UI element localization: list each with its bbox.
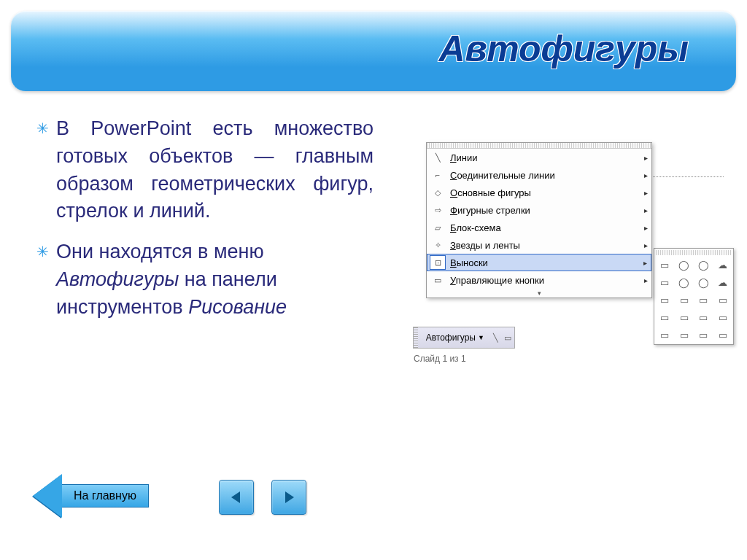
callout-shape-button[interactable]: ▭ [694,327,712,343]
flowchart-icon: ▱ [430,220,446,235]
callout-shape-button[interactable]: ▭ [656,327,673,343]
submenu-arrow-icon: ▸ [640,241,651,249]
submenu-arrow-icon: ▸ [640,154,651,162]
triangle-right-icon [281,489,297,505]
callout-shape-button[interactable]: ☁ [714,274,732,290]
svg-marker-1 [285,491,294,503]
callout-shape-button[interactable]: ◯ [694,257,712,273]
connectors-icon: ⌐ [430,168,446,182]
menu-expand-chevron-icon[interactable]: ▾ [427,289,651,298]
autoshapes-dropdown-button[interactable]: Автофигуры ▼ [421,330,489,346]
menu-item-label: Основные фигуры [450,187,640,198]
menu-item-label: Управляющие кнопки [450,275,640,286]
svg-marker-0 [231,491,240,503]
lines-icon: ╲ [430,150,446,165]
menu-item-connectors[interactable]: ⌐Соединительные линии▸ [427,166,651,184]
submenu-arrow-icon: ▸ [640,171,651,179]
menu-item-label: Звезды и ленты [450,240,640,251]
screenshot-column: ╲Линии▸⌐Соединительные линии▸◇Основные ф… [374,109,711,458]
menu-item-flowchart[interactable]: ▱Блок-схема▸ [427,219,651,236]
nav-buttons-group [219,480,306,515]
slide-title: Автофигуры [438,28,689,70]
palette-grip-icon[interactable] [656,250,732,255]
submenu-arrow-icon: ▸ [640,189,651,197]
line-tool-icon[interactable]: ╲ [489,331,502,344]
home-link-arrow[interactable]: На главную [33,474,149,518]
callout-shape-button[interactable]: ▭ [656,257,673,273]
menu-item-label: Блок-схема [450,222,640,233]
callouts-icon: ⊡ [430,255,446,270]
submenu-arrow-icon: ▸ [640,206,651,214]
arrow-left-icon [33,474,62,518]
action-buttons-icon: ▭ [430,273,446,287]
bullet-marker-icon: ✳ [36,243,49,321]
autoshapes-dropdown-label: Автофигуры [426,332,476,343]
menu-item-label: Выноски [450,257,639,268]
menu-grip-icon[interactable] [427,143,651,149]
callout-shape-button[interactable]: ▭ [656,274,673,290]
drawing-toolbar: Автофигуры ▼ ╲ ▭ [413,327,515,349]
callouts-palette: ▭◯◯☁▭◯◯☁▭▭▭▭▭▭▭▭▭▭▭▭ [654,248,734,345]
submenu-arrow-icon: ▸ [640,276,651,284]
menu-item-action-buttons[interactable]: ▭Управляющие кнопки▸ [427,271,651,289]
menu-item-stars-banners[interactable]: ✧Звезды и ленты▸ [427,236,651,254]
callout-shape-button[interactable]: ◯ [694,274,712,290]
callout-shape-button[interactable]: ▭ [714,327,732,343]
toolbar-grip-icon[interactable] [414,327,418,348]
menu-item-block-arrows[interactable]: ⇨Фигурные стрелки▸ [427,201,651,219]
basic-shapes-icon: ◇ [430,185,446,200]
menu-item-lines[interactable]: ╲Линии▸ [427,149,651,166]
placeholder-dotted-line [651,176,724,177]
menu-item-callouts[interactable]: ⊡Выноски▸ [427,254,651,271]
stars-banners-icon: ✧ [430,238,446,252]
callout-shape-button[interactable]: ▭ [676,292,693,308]
menu-item-basic-shapes[interactable]: ◇Основные фигуры▸ [427,184,651,201]
next-slide-button[interactable] [271,480,306,515]
home-link-label: На главную [62,484,149,508]
content-area: ✳ В PowerPoint есть множество готовых об… [36,109,711,458]
slide-counter: Слайд 1 из 1 [414,354,466,364]
triangle-left-icon [228,489,244,505]
menu-item-label: Линии [450,152,640,163]
callout-shape-button[interactable]: ▭ [656,309,673,325]
block-arrows-icon: ⇨ [430,203,446,217]
callout-shape-button[interactable]: ▭ [656,292,673,308]
prev-slide-button[interactable] [219,480,254,515]
callout-shape-button[interactable]: ◯ [676,257,693,273]
callout-shape-button[interactable]: ▭ [714,309,732,325]
callout-shape-button[interactable]: ▭ [676,309,693,325]
autoshapes-menu: ╲Линии▸⌐Соединительные линии▸◇Основные ф… [426,142,652,298]
callout-shape-button[interactable]: ☁ [714,257,732,273]
bullet-item: ✳ Они находятся в меню Автофигуры на пан… [36,238,374,321]
bullet-marker-icon: ✳ [36,120,49,225]
submenu-arrow-icon: ▸ [639,259,651,267]
rectangle-tool-icon[interactable]: ▭ [502,331,514,344]
bullet-text: Они находятся в меню Автофигуры на панел… [56,238,374,321]
bullet-item: ✳ В PowerPoint есть множество готовых об… [36,115,374,225]
submenu-arrow-icon: ▸ [640,224,651,232]
text-column: ✳ В PowerPoint есть множество готовых об… [36,109,374,458]
menu-item-label: Соединительные линии [450,170,640,181]
menu-item-label: Фигурные стрелки [450,205,640,216]
dropdown-arrow-icon: ▼ [478,334,484,341]
callout-shape-button[interactable]: ▭ [694,309,712,325]
callout-shape-button[interactable]: ▭ [676,327,693,343]
callout-shape-button[interactable]: ▭ [694,292,712,308]
callout-shape-button[interactable]: ◯ [676,274,693,290]
callout-shape-button[interactable]: ▭ [714,292,732,308]
bullet-text: В PowerPoint есть множество готовых объе… [56,115,374,225]
